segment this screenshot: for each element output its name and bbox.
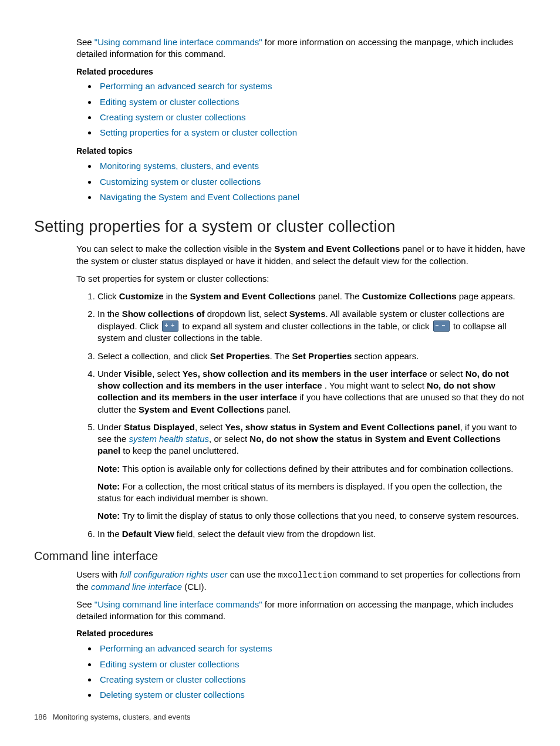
list-related-topics: Monitoring systems, clusters, and events… [76, 160, 526, 203]
text: (CLI). [182, 582, 207, 592]
note-label: Note: [97, 481, 120, 491]
bold-text: Customize [119, 291, 164, 301]
bold-text: Show collections of [122, 309, 205, 319]
list-item: Editing system or cluster collections [97, 96, 526, 108]
text: Under [97, 369, 124, 379]
paragraph: To set properties for system or cluster … [76, 273, 526, 285]
text: In the [97, 529, 122, 539]
intro-paragraph: See "Using command line interface comman… [76, 36, 526, 60]
content-block: See "Using command line interface comman… [76, 36, 526, 701]
paragraph: See "Using command line interface comman… [76, 599, 526, 623]
step-6: In the Default View field, select the de… [97, 528, 526, 540]
text: You can select to make the collection vi… [76, 244, 274, 254]
text: For a collection, the most critical stat… [97, 481, 502, 503]
link-system-health-status[interactable]: system health status [129, 434, 209, 444]
step-5: Under Status Displayed, select Yes, show… [97, 421, 526, 522]
step-4: Under Visible, select Yes, show collecti… [97, 368, 526, 416]
bold-text: Status Displayed [124, 422, 195, 432]
bold-text: Yes, show status in System and Event Col… [225, 422, 460, 432]
bold-text: Customize Collections [362, 291, 457, 301]
link-related-procedure[interactable]: Performing an advanced search for system… [100, 81, 272, 91]
list-item: Creating system or cluster collections [97, 674, 526, 686]
bold-text: System and Event Collections [139, 404, 264, 414]
text: , select [152, 369, 183, 379]
expand-all-icon: ++ [162, 320, 178, 332]
paragraph: You can select to make the collection vi… [76, 243, 526, 267]
text: See [76, 37, 95, 47]
text: Try to limit the display of status to on… [120, 511, 519, 521]
step-2: In the Show collections of dropdown list… [97, 308, 526, 344]
note-1: Note: This option is available only for … [97, 463, 526, 475]
text: field, select the default view from the … [174, 529, 376, 539]
heading-related-topics: Related topics [76, 146, 526, 157]
text: panel. The [316, 291, 362, 301]
note-3: Note: Try to limit the display of status… [97, 510, 526, 522]
note-label: Note: [97, 511, 120, 521]
bold-text: Yes, show collection and its members in … [183, 369, 430, 379]
code-mxcollection: mxcollection [278, 571, 338, 580]
text: panel. [264, 404, 291, 414]
list-item: Editing system or cluster collections [97, 659, 526, 670]
bold-text: Visible [124, 369, 152, 379]
list-item: Monitoring systems, clusters, and events [97, 160, 526, 172]
text: This option is available only for collec… [120, 464, 513, 474]
text: Under [97, 422, 124, 432]
link-full-config-rights-user[interactable]: full configuration rights user [120, 569, 227, 579]
note-2: Note: For a collection, the most critica… [97, 481, 526, 505]
bold-text: Set Properties [292, 351, 352, 361]
text: to expand all system and cluster collect… [180, 321, 431, 331]
collapse-all-icon: −− [433, 320, 450, 332]
heading-setting-properties: Setting properties for a system or clust… [34, 216, 526, 237]
list-item: Performing an advanced search for system… [97, 80, 526, 92]
link-using-cli-commands[interactable]: "Using command line interface commands" [95, 37, 262, 47]
list-item: Customizing system or cluster collection… [97, 176, 526, 188]
ordered-steps: Click Customize in the System and Event … [76, 291, 526, 540]
list-item: Creating system or cluster collections [97, 112, 526, 123]
text: or select [430, 369, 465, 379]
list-related-procedures: Performing an advanced search for system… [76, 643, 526, 701]
text: In the [97, 309, 122, 319]
text: in the [164, 291, 190, 301]
link-using-cli-commands[interactable]: "Using command line interface commands" [95, 599, 262, 609]
list-item: Deleting system or cluster collections [97, 689, 526, 701]
text: can use the [228, 569, 278, 579]
link-related-procedure[interactable]: Creating system or cluster collections [100, 112, 245, 122]
text: section appears. [352, 351, 419, 361]
page-number: 186 [34, 713, 47, 721]
paragraph: Users with full configuration rights use… [76, 569, 526, 593]
heading-related-procedures: Related procedures [76, 628, 526, 639]
text: Click [97, 291, 119, 301]
note-label: Note: [97, 464, 120, 474]
link-related-procedure[interactable]: Editing system or cluster collections [100, 659, 239, 669]
bold-text: Set Properties [210, 351, 270, 361]
page-footer: 186Monitoring systems, clusters, and eve… [34, 712, 191, 723]
step-1: Click Customize in the System and Event … [97, 291, 526, 302]
step-3: Select a collection, and click Set Prope… [97, 350, 526, 362]
bold-text: Default View [122, 529, 174, 539]
link-related-topic[interactable]: Monitoring systems, clusters, and events [100, 161, 259, 171]
link-related-topic[interactable]: Customizing system or cluster collection… [100, 177, 261, 187]
text: Select a collection, and click [97, 351, 210, 361]
heading-command-line-interface: Command line interface [34, 548, 526, 564]
link-related-procedure[interactable]: Setting properties for a system or clust… [100, 127, 297, 137]
link-related-topic[interactable]: Navigating the System and Event Collecti… [100, 192, 299, 202]
link-related-procedure[interactable]: Editing system or cluster collections [100, 97, 239, 107]
list-item: Setting properties for a system or clust… [97, 127, 526, 139]
text: Users with [76, 569, 120, 579]
footer-title: Monitoring systems, clusters, and events [53, 713, 191, 721]
text: to keep the panel uncluttered. [120, 445, 239, 455]
document-page: See "Using command line interface comman… [0, 0, 560, 746]
text: , select [195, 422, 225, 432]
list-item: Navigating the System and Event Collecti… [97, 191, 526, 203]
text: , or select [209, 434, 249, 444]
link-command-line-interface[interactable]: command line interface [91, 582, 182, 592]
bold-text: System and Event Collections [274, 244, 400, 254]
text: . The [269, 351, 292, 361]
text: . You might want to select [325, 380, 427, 390]
link-related-procedure[interactable]: Performing an advanced search for system… [100, 643, 272, 653]
link-related-procedure[interactable]: Creating system or cluster collections [100, 674, 245, 684]
text: page appears. [457, 291, 515, 301]
bold-text: System and Event Collections [190, 291, 316, 301]
link-related-procedure[interactable]: Deleting system or cluster collections [100, 690, 245, 700]
text: See [76, 599, 95, 609]
